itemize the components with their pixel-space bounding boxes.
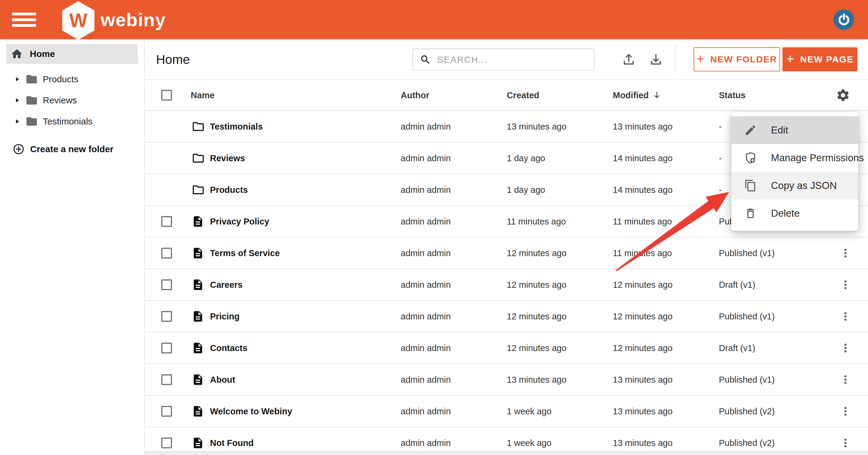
row-created: 1 week ago <box>507 438 551 448</box>
search-input[interactable] <box>437 55 594 65</box>
row-name[interactable]: Privacy Policy <box>210 216 269 226</box>
row-checkbox[interactable] <box>161 216 172 227</box>
column-header-name[interactable]: Name <box>191 90 215 100</box>
row-actions-button[interactable] <box>839 247 851 259</box>
search-icon <box>420 54 431 65</box>
new-folder-button[interactable]: + NEW FOLDER <box>693 47 780 71</box>
new-folder-label: NEW FOLDER <box>710 54 777 64</box>
shield-plus-icon <box>744 151 757 164</box>
row-checkbox[interactable] <box>161 437 172 448</box>
row-modified: 13 minutes ago <box>613 406 673 416</box>
sidebar-item-products[interactable]: Products <box>0 69 144 90</box>
pencil-icon <box>744 124 757 136</box>
user-avatar[interactable] <box>834 9 854 30</box>
scrollbar-track[interactable] <box>145 451 868 455</box>
import-pages-button[interactable] <box>620 51 638 68</box>
column-header-created[interactable]: Created <box>507 90 539 100</box>
menu-item-copy-as-json[interactable]: Copy as JSON <box>731 172 858 200</box>
row-checkbox[interactable] <box>161 248 172 259</box>
hamburger-menu-icon[interactable] <box>12 10 37 29</box>
row-author: admin admin <box>401 121 451 131</box>
row-name[interactable]: Not Found <box>210 438 254 448</box>
caret-right-icon[interactable] <box>13 75 21 83</box>
menu-item-label: Manage Permissions <box>771 152 864 163</box>
caret-right-icon[interactable] <box>13 96 21 104</box>
row-status: - <box>719 153 722 163</box>
sidebar-item-testimonials[interactable]: Testimonials <box>0 111 144 132</box>
row-author: admin admin <box>401 216 451 226</box>
menu-item-manage-permissions[interactable]: Manage Permissions <box>731 144 858 172</box>
create-folder-button[interactable]: Create a new folder <box>0 139 144 160</box>
table-row[interactable]: Terms of Serviceadmin admin12 minutes ag… <box>145 238 868 269</box>
row-checkbox[interactable] <box>161 406 172 417</box>
row-name[interactable]: Careers <box>210 280 243 290</box>
table-row[interactable]: Welcome to Webinyadmin admin1 week ago13… <box>145 396 868 427</box>
row-name[interactable]: About <box>210 374 235 385</box>
sidebar-item-label: Home <box>30 49 55 59</box>
sidebar-folder-tree: ProductsReviewsTestimonials <box>0 69 144 132</box>
toolbar: Home + NEW FOLDER <box>145 39 868 80</box>
top-app-bar: W webiny <box>0 0 868 39</box>
folder-icon <box>192 120 205 133</box>
document-icon <box>192 436 204 449</box>
logo-hexagon-icon: W <box>61 1 96 40</box>
row-checkbox[interactable] <box>161 311 172 322</box>
sidebar-item-label: Testimonials <box>43 116 92 126</box>
row-actions-button[interactable] <box>839 405 851 417</box>
row-checkbox[interactable] <box>161 343 172 354</box>
menu-item-delete[interactable]: Delete <box>731 200 858 227</box>
row-created: 1 day ago <box>507 185 545 195</box>
table-row[interactable]: Pricingadmin admin12 minutes ago12 minut… <box>145 301 868 332</box>
export-pages-button[interactable] <box>647 51 664 68</box>
download-icon <box>648 52 663 67</box>
row-created: 12 minutes ago <box>507 311 566 321</box>
row-checkbox[interactable] <box>161 279 172 290</box>
row-name[interactable]: Reviews <box>210 153 245 163</box>
row-author: admin admin <box>401 153 451 163</box>
menu-item-edit[interactable]: Edit <box>731 116 858 144</box>
column-header-author[interactable]: Author <box>401 90 429 100</box>
document-icon <box>192 373 204 386</box>
row-name[interactable]: Products <box>210 185 248 195</box>
column-header-status[interactable]: Status <box>719 90 746 100</box>
row-checkbox[interactable] <box>161 374 172 385</box>
sidebar-item-reviews[interactable]: Reviews <box>0 90 144 111</box>
row-name[interactable]: Contacts <box>210 343 247 353</box>
row-actions-button[interactable] <box>839 310 851 323</box>
folder-icon <box>192 183 205 196</box>
sidebar-item-home[interactable]: Home <box>6 44 138 64</box>
row-author: admin admin <box>401 343 451 353</box>
copy-icon <box>744 179 757 192</box>
table-row[interactable]: Aboutadmin admin13 minutes ago13 minutes… <box>145 364 868 396</box>
document-icon <box>192 310 204 323</box>
search-box <box>412 49 594 70</box>
column-header-modified[interactable]: Modified <box>613 90 661 100</box>
row-name[interactable]: Terms of Service <box>210 248 280 258</box>
brand-name: webiny <box>101 9 166 30</box>
document-icon <box>192 405 204 418</box>
table-row[interactable]: Contactsadmin admin12 minutes ago12 minu… <box>145 332 868 364</box>
caret-right-icon[interactable] <box>13 118 21 125</box>
row-modified: 12 minutes ago <box>613 280 673 290</box>
table-row[interactable]: Careersadmin admin12 minutes ago12 minut… <box>145 269 868 301</box>
sidebar-item-label: Reviews <box>43 95 77 105</box>
row-status: Published (v1) <box>719 311 775 321</box>
row-name[interactable]: Testimonials <box>210 121 263 131</box>
row-created: 11 minutes ago <box>507 216 566 226</box>
table-settings-button[interactable] <box>836 88 850 102</box>
row-author: admin admin <box>401 406 451 416</box>
row-name[interactable]: Welcome to Webiny <box>210 406 292 416</box>
row-author: admin admin <box>401 185 451 195</box>
new-page-button[interactable]: + NEW PAGE <box>782 47 858 71</box>
logo-letter: W <box>69 9 87 32</box>
home-icon <box>10 48 23 60</box>
row-status: Published (v1) <box>719 374 775 385</box>
select-all-checkbox[interactable] <box>161 90 172 101</box>
row-actions-button[interactable] <box>839 437 851 449</box>
row-name[interactable]: Pricing <box>210 311 240 321</box>
row-actions-button[interactable] <box>839 342 851 354</box>
row-actions-button[interactable] <box>839 374 851 386</box>
row-created: 12 minutes ago <box>507 248 566 258</box>
page-title: Home <box>156 53 190 67</box>
row-actions-button[interactable] <box>839 279 851 291</box>
